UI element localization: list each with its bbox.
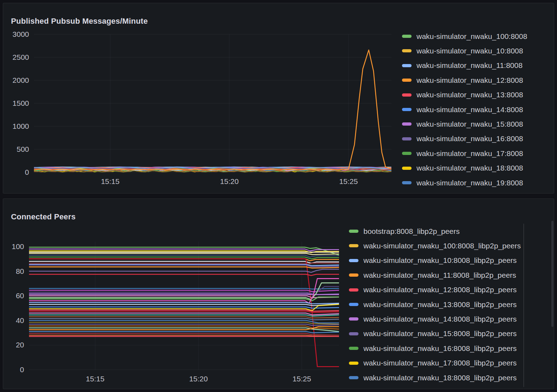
legend-series-swatch-icon (402, 93, 412, 97)
x-tick-label: 15:20 (184, 375, 213, 383)
legend-item[interactable]: waku-simulator_nwaku_15:8008_libp2p_peer… (349, 327, 517, 341)
legend-series-swatch-icon (349, 273, 358, 277)
legend-series-swatch-icon (402, 64, 412, 67)
legend-series-swatch-icon (402, 35, 412, 38)
legend-series-swatch-icon (349, 303, 358, 306)
connected-peers-plot[interactable] (29, 241, 339, 371)
legend-series-label[interactable]: waku-simulator_nwaku_16:8008 (417, 134, 523, 143)
y-tick-label: 80 (3, 267, 24, 276)
legend-series-label[interactable]: waku-simulator_nwaku_16:8008_libp2p_peer… (363, 344, 517, 353)
panel-published-pubsub-messages: Published Pubsub Messages/Minute 0500100… (3, 3, 554, 194)
published-messages-svg (34, 34, 391, 173)
legend-series-label[interactable]: waku-simulator_nwaku_11:8008 (417, 61, 523, 70)
legend-series-swatch-icon (402, 108, 412, 111)
legend-divider (523, 224, 524, 387)
legend-series-label[interactable]: waku-simulator_nwaku_14:8008 (417, 105, 523, 114)
legend-item[interactable]: waku-simulator_nwaku_10:8008_libp2p_peer… (349, 253, 517, 268)
y-tick-label: 40 (3, 316, 24, 325)
legend-item[interactable]: waku-simulator_nwaku_13:8008 (402, 88, 523, 102)
legend-item[interactable]: waku-simulator_nwaku_100:8008 (402, 29, 527, 44)
y-tick-label: 20 (3, 341, 24, 349)
y-tick-label: 2500 (3, 53, 29, 62)
legend-item[interactable]: waku-simulator_nwaku_14:8008_libp2p_peer… (349, 312, 517, 326)
legend-series-swatch-icon (402, 49, 412, 52)
legend-series-label[interactable]: waku-simulator_nwaku_12:8008_libp2p_peer… (363, 286, 517, 294)
legend-series-swatch-icon (349, 362, 358, 365)
panel-connected-peers: Connected Peers 02040608010015:1515:2015… (3, 198, 554, 389)
legend-series-label[interactable]: waku-simulator_nwaku_100:8008 (417, 32, 527, 41)
legend-series-label[interactable]: waku-simulator_nwaku_17:8008 (417, 149, 523, 158)
legend-series-label[interactable]: waku-simulator_nwaku_10:8008 (417, 47, 523, 55)
panel-title[interactable]: Published Pubsub Messages/Minute (11, 17, 148, 26)
legend-series-label[interactable]: waku-simulator_nwaku_14:8008_libp2p_peer… (363, 315, 517, 323)
legend-series-swatch-icon (402, 167, 412, 170)
legend-series-label[interactable]: waku-simulator_nwaku_100:8008_libp2p_pee… (363, 242, 521, 250)
legend-series-label[interactable]: waku-simulator_nwaku_12:8008 (417, 76, 523, 85)
legend-item[interactable]: waku-simulator_nwaku_17:8008_libp2p_peer… (349, 356, 517, 370)
legend-series-label[interactable]: bootstrap:8008_libp2p_peers (363, 227, 460, 236)
legend-item[interactable]: waku-simulator_nwaku_12:8008_libp2p_peer… (349, 283, 517, 297)
legend-series-swatch-icon (349, 376, 358, 379)
x-tick-label: 15:25 (334, 177, 363, 186)
legend-item[interactable]: waku-simulator_nwaku_16:8008 (402, 132, 523, 146)
legend-series-label[interactable]: waku-simulator_nwaku_13:8008 (417, 91, 523, 99)
y-tick-label: 1500 (3, 99, 29, 108)
connected-peers-svg (29, 241, 339, 370)
legend-series-swatch-icon (349, 244, 358, 247)
legend-series-label[interactable]: waku-simulator_nwaku_10:8008_libp2p_peer… (363, 256, 517, 265)
legend-series-label[interactable]: waku-simulator_nwaku_15:8008_libp2p_peer… (363, 329, 517, 338)
x-tick-label: 15:15 (81, 375, 109, 383)
y-tick-label: 3000 (3, 30, 29, 39)
legend-series-label[interactable]: waku-simulator_nwaku_13:8008_libp2p_peer… (363, 300, 517, 309)
legend-series-swatch-icon (402, 152, 412, 155)
legend-series-label[interactable]: waku-simulator_nwaku_18:8008 (417, 164, 523, 172)
y-tick-label: 500 (3, 145, 29, 154)
panel-title[interactable]: Connected Peers (11, 212, 76, 221)
x-tick-label: 15:15 (96, 177, 124, 186)
y-tick-label: 60 (3, 292, 24, 300)
y-tick-label: 0 (3, 168, 29, 177)
legend-series-swatch-icon (349, 230, 358, 233)
legend-series-swatch-icon (402, 79, 412, 82)
legend-series-label[interactable]: waku-simulator_nwaku_17:8008_libp2p_peer… (363, 359, 517, 367)
legend-scrollbar[interactable] (551, 221, 553, 327)
legend-series-swatch-icon (349, 288, 358, 292)
legend-series-label[interactable]: waku-simulator_nwaku_19:8008 (417, 179, 523, 187)
legend-item[interactable]: bootstrap:8008_libp2p_peers (349, 224, 460, 238)
legend-item[interactable]: waku-simulator_nwaku_13:8008_libp2p_peer… (349, 297, 517, 312)
legend-item[interactable]: waku-simulator_nwaku_18:8008 (402, 161, 523, 175)
published-messages-plot[interactable] (34, 34, 391, 175)
legend-item[interactable]: waku-simulator_nwaku_100:8008_libp2p_pee… (349, 238, 521, 253)
legend-item[interactable]: waku-simulator_nwaku_12:8008 (402, 73, 523, 87)
legend-item[interactable]: waku-simulator_nwaku_15:8008 (402, 117, 523, 131)
x-tick-label: 15:20 (215, 177, 243, 186)
legend-item[interactable]: waku-simulator_nwaku_10:8008 (402, 44, 523, 58)
legend-series-swatch-icon (349, 317, 358, 321)
y-tick-label: 100 (3, 242, 24, 251)
grafana-dashboard: Published Pubsub Messages/Minute 0500100… (0, 0, 557, 392)
legend-series-swatch-icon (349, 259, 358, 262)
y-tick-label: 0 (3, 365, 24, 374)
legend-series-swatch-icon (402, 122, 412, 126)
legend-series-label[interactable]: waku-simulator_nwaku_15:8008 (417, 120, 523, 128)
legend-item[interactable]: waku-simulator_nwaku_18:8008_libp2p_peer… (349, 370, 517, 385)
legend-item[interactable]: waku-simulator_nwaku_16:8008_libp2p_peer… (349, 341, 517, 356)
legend-series-swatch-icon (349, 347, 358, 350)
y-tick-label: 2000 (3, 76, 29, 85)
legend-item[interactable]: waku-simulator_nwaku_19:8008 (402, 175, 523, 190)
legend-series-swatch-icon (349, 332, 358, 335)
legend-series-label[interactable]: waku-simulator_nwaku_11:8008_libp2p_peer… (363, 271, 516, 279)
legend-item[interactable]: waku-simulator_nwaku_11:8008 (402, 58, 523, 73)
legend-series-swatch-icon (402, 137, 412, 140)
legend-series-swatch-icon (402, 181, 412, 184)
legend-item[interactable]: waku-simulator_nwaku_17:8008 (402, 146, 523, 161)
legend-item[interactable]: waku-simulator_nwaku_11:8008_libp2p_peer… (349, 268, 516, 282)
legend-item[interactable]: waku-simulator_nwaku_14:8008 (402, 102, 523, 117)
y-tick-label: 1000 (3, 122, 29, 131)
x-tick-label: 15:25 (288, 375, 316, 383)
legend-series-label[interactable]: waku-simulator_nwaku_18:8008_libp2p_peer… (363, 374, 517, 382)
